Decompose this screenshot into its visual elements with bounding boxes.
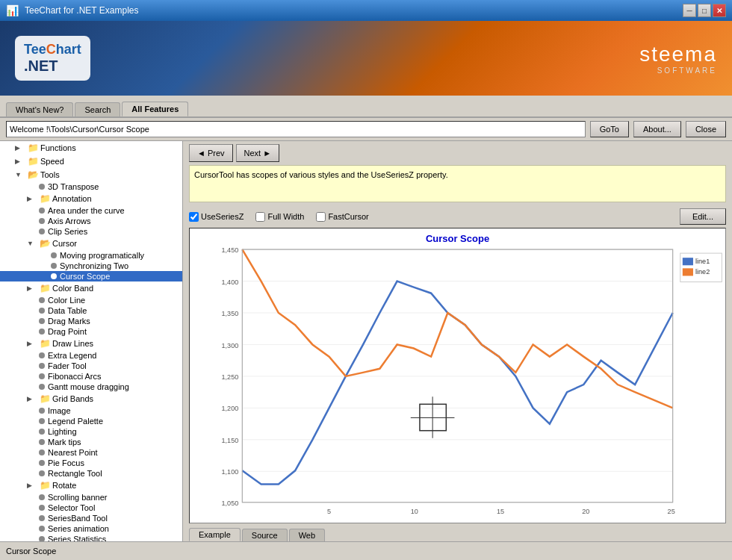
useseriesz-checkbox-label[interactable]: UseSeriesZ: [189, 212, 244, 222]
status-bar: Cursor Scope: [0, 541, 732, 559]
sidebar-item-moving-programatically[interactable]: Moving programatically: [0, 250, 182, 261]
folder-icon: 📁: [39, 393, 51, 405]
sidebar-label: Cursor: [52, 239, 77, 248]
tab-whats-new[interactable]: What's New?: [6, 102, 73, 116]
fastcursor-checkbox[interactable]: [316, 212, 326, 222]
sidebar-label: Drag Marks: [48, 317, 90, 326]
sidebar-item-drag-marks[interactable]: Drag Marks: [0, 316, 182, 326]
sidebar-item-scrolling-banner[interactable]: Scrolling banner: [0, 492, 182, 503]
fullwidth-checkbox-label[interactable]: Full Width: [255, 212, 304, 222]
sidebar-item-fader-tool[interactable]: Fader Tool: [0, 361, 182, 371]
item-dot-icon: [39, 184, 45, 190]
useseriesz-checkbox[interactable]: [189, 212, 199, 222]
minimize-button[interactable]: ─: [683, 4, 696, 17]
next-button[interactable]: Next ►: [236, 144, 280, 162]
svg-text:1,300: 1,300: [222, 342, 239, 349]
sidebar-item-lighting[interactable]: Lighting: [0, 426, 182, 437]
folder-icon: 📁: [39, 479, 51, 491]
path-input[interactable]: [6, 121, 586, 137]
sidebar-item-mark-tips[interactable]: Mark tips: [0, 437, 182, 447]
sidebar-item-speed[interactable]: ▶ 📁 Speed: [0, 155, 182, 168]
sidebar-item-series-animation[interactable]: Series animation: [0, 523, 182, 534]
sidebar-item-seriesband-tool[interactable]: SeriesBand Tool: [0, 513, 182, 523]
chart-svg: 1,450 1,400 1,350 1,300 1,250 1,200 1,15…: [190, 246, 725, 517]
sidebar-item-axis-arrows[interactable]: Axis Arrows: [0, 216, 182, 226]
tab-search[interactable]: Search: [75, 102, 120, 116]
useseriesz-label: UseSeriesZ: [201, 212, 244, 221]
folder-icon: 📁: [39, 337, 51, 349]
window-close-button[interactable]: ✕: [713, 4, 726, 17]
sidebar-item-draw-lines[interactable]: ▶ 📁 Draw Lines: [0, 337, 182, 350]
fullwidth-checkbox[interactable]: [255, 212, 265, 222]
svg-text:20: 20: [582, 508, 589, 515]
item-dot-icon: [39, 439, 45, 445]
sidebar-item-rectangle-tool[interactable]: Rectangle Tool: [0, 468, 182, 479]
tab-source[interactable]: Source: [242, 529, 288, 541]
chart-title: Cursor Scope: [190, 228, 725, 246]
sidebar-item-annotation[interactable]: ▶ 📁 Annotation: [0, 192, 182, 205]
sidebar-item-functions[interactable]: ▶ 📁 Functions: [0, 141, 182, 155]
sidebar-label: Area under the curve: [48, 206, 125, 215]
sidebar-item-tools[interactable]: ▼ 📂 Tools: [0, 168, 182, 181]
title-bar-buttons: ─ □ ✕: [683, 4, 726, 17]
tab-web[interactable]: Web: [289, 529, 325, 541]
tab-example[interactable]: Example: [189, 528, 241, 541]
sidebar-label: Rotate: [52, 481, 76, 490]
sidebar-item-clip-series[interactable]: Clip Series: [0, 226, 182, 237]
item-dot-icon: [39, 449, 45, 455]
description-box: CursorTool has scopes of various styles …: [189, 165, 726, 202]
steema-name: steema: [639, 43, 717, 66]
options-row: UseSeriesZ Full Width FastCursor Edit...: [183, 205, 732, 228]
close-top-button[interactable]: Close: [686, 121, 726, 137]
sidebar-label: Axis Arrows: [48, 217, 90, 225]
item-dot-icon: [39, 352, 45, 358]
sidebar-item-grid-bands[interactable]: ▶ 📁 Grid Bands: [0, 392, 182, 405]
sidebar-item-gantt-mouse[interactable]: Gantt mouse dragging: [0, 382, 182, 392]
sidebar-item-cursor[interactable]: ▼ 📂 Cursor: [0, 237, 182, 250]
sidebar-item-rotate[interactable]: ▶ 📁 Rotate: [0, 479, 182, 492]
sidebar-item-cursor-scope[interactable]: Cursor Scope: [0, 271, 182, 281]
sidebar-item-3d-transpose[interactable]: 3D Transpose: [0, 181, 182, 192]
prev-button[interactable]: ◄ Prev: [189, 144, 233, 162]
svg-text:5: 5: [327, 508, 331, 515]
item-dot-icon: [39, 460, 45, 466]
fastcursor-checkbox-label[interactable]: FastCursor: [316, 212, 368, 222]
sidebar-item-fibonacci-arcs[interactable]: Fibonacci Arcs: [0, 371, 182, 382]
item-dot-icon: [39, 208, 45, 214]
folder-icon: 📁: [39, 282, 51, 294]
sidebar-item-area-under-curve[interactable]: Area under the curve: [0, 205, 182, 216]
about-button[interactable]: About...: [633, 121, 681, 137]
tab-all-features[interactable]: All Features: [122, 102, 188, 116]
sidebar-item-color-line[interactable]: Color Line: [0, 295, 182, 305]
sidebar-item-color-band[interactable]: ▶ 📁 Color Band: [0, 281, 182, 295]
edit-button[interactable]: Edit...: [680, 208, 726, 225]
sidebar-item-image[interactable]: Image: [0, 405, 182, 416]
sidebar-item-drag-point[interactable]: Drag Point: [0, 326, 182, 337]
fastcursor-label: FastCursor: [328, 212, 368, 221]
sidebar-item-legend-palette[interactable]: Legend Palette: [0, 416, 182, 426]
sidebar-item-nearest-point[interactable]: Nearest Point: [0, 447, 182, 458]
expand-icon: ▶: [27, 284, 39, 292]
sidebar-label: Rectangle Tool: [48, 469, 102, 478]
item-dot-icon: [39, 536, 45, 541]
sidebar-item-synchronizing-two[interactable]: Synchronizing Two: [0, 261, 182, 271]
sidebar-item-series-statistics[interactable]: Series Statistics: [0, 534, 182, 541]
sidebar-item-extra-legend[interactable]: Extra Legend: [0, 350, 182, 361]
svg-text:1,200: 1,200: [222, 405, 239, 412]
svg-text:1,250: 1,250: [222, 373, 239, 381]
goto-button[interactable]: GoTo: [590, 121, 629, 137]
sidebar-label: Grid Bands: [52, 394, 93, 403]
sidebar-label: Annotation: [52, 194, 92, 203]
item-dot-icon: [39, 329, 45, 335]
legend-line1-label: line1: [695, 258, 710, 265]
title-bar: 📊 TeeChart for .NET Examples ─ □ ✕: [0, 0, 732, 21]
chart-inner: 1,450 1,400 1,350 1,300 1,250 1,200 1,15…: [190, 246, 725, 517]
sidebar-item-pie-focus[interactable]: Pie Focus: [0, 458, 182, 468]
sidebar-label: Fibonacci Arcs: [48, 372, 102, 381]
header: TeeChart .NET steema software: [0, 21, 732, 96]
maximize-button[interactable]: □: [698, 4, 711, 17]
sidebar-item-selector-tool[interactable]: Selector Tool: [0, 503, 182, 513]
item-dot-icon: [39, 418, 45, 424]
expand-icon: ▼: [15, 171, 27, 178]
sidebar-item-data-table[interactable]: Data Table: [0, 305, 182, 316]
